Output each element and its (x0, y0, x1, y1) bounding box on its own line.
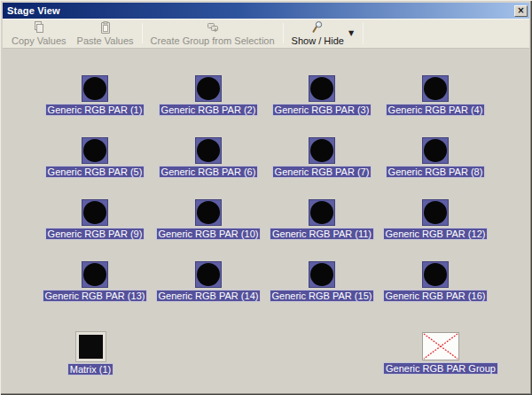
copy-icon (32, 20, 46, 35)
fixture-par[interactable]: Generic RGB PAR (6) (152, 137, 265, 199)
fixture-label: Generic RGB PAR Group (383, 362, 498, 375)
toolbar-separator (283, 23, 284, 43)
par-fixture-icon (195, 75, 222, 102)
par-fixture-icon (309, 261, 335, 288)
fixture-grid: Generic RGB PAR (1) Generic RGB PAR (2) … (38, 75, 492, 323)
par-lens (83, 77, 106, 100)
par-fixture-icon (82, 137, 108, 164)
fixture-par[interactable]: Generic RGB PAR (14) (152, 261, 265, 323)
par-lens (310, 263, 333, 286)
toolbar: Copy Values Paste Values (3, 19, 529, 49)
par-lens (424, 77, 447, 100)
toolbar-separator (142, 23, 143, 43)
par-fixture-icon (195, 137, 222, 164)
magnifier-icon (310, 20, 325, 35)
window-title: Stage View (7, 5, 514, 16)
fixture-par[interactable]: Generic RGB PAR (4) (379, 75, 492, 137)
fixture-label: Generic RGB PAR (3) (272, 104, 372, 116)
fixture-par[interactable]: Generic RGB PAR (7) (265, 137, 379, 199)
close-icon: × (517, 5, 524, 15)
copy-values-button[interactable]: Copy Values (6, 20, 72, 46)
fixture-par[interactable]: Generic RGB PAR (8) (379, 137, 492, 199)
fixture-group[interactable]: Generic RGB PAR Group (370, 332, 512, 375)
paste-icon (98, 20, 113, 35)
titlebar[interactable]: Stage View × (3, 3, 529, 19)
fixture-par[interactable]: Generic RGB PAR (2) (152, 75, 265, 137)
fixture-par[interactable]: Generic RGB PAR (11) (265, 199, 379, 261)
par-lens (197, 263, 220, 286)
fixture-label: Generic RGB PAR (14) (156, 290, 262, 302)
par-lens (424, 263, 447, 286)
par-fixture-icon (309, 137, 335, 164)
fixture-label: Generic RGB PAR (9) (45, 228, 145, 240)
toolbar-edge (363, 22, 364, 44)
par-fixture-icon (82, 261, 108, 288)
paste-values-label: Paste Values (77, 35, 134, 46)
matrix-fixture-icon (76, 332, 106, 361)
stage-view-window: Stage View × Copy Values (0, 0, 532, 395)
fixture-par[interactable]: Generic RGB PAR (16) (379, 261, 492, 323)
fixture-label: Generic RGB PAR (4) (386, 104, 486, 116)
fixture-label: Generic RGB PAR (1) (45, 104, 145, 116)
fixture-par[interactable]: Generic RGB PAR (1) (38, 75, 152, 137)
fixture-label: Generic RGB PAR (8) (386, 166, 486, 178)
close-button[interactable]: × (514, 5, 528, 17)
par-lens (83, 139, 106, 162)
show-hide-label: Show / Hide (292, 35, 344, 46)
par-fixture-icon (82, 199, 108, 226)
group-cross-icon (422, 332, 459, 360)
par-fixture-icon (422, 199, 449, 226)
par-fixture-icon (422, 137, 449, 164)
fixture-label: Generic RGB PAR (10) (156, 228, 262, 240)
fixture-par[interactable]: Generic RGB PAR (3) (265, 75, 379, 137)
par-lens (83, 201, 106, 224)
par-lens (197, 139, 220, 162)
dropdown-arrow-icon[interactable]: ▼ (348, 30, 354, 37)
fixture-label: Generic RGB PAR (6) (159, 166, 259, 178)
fixture-label: Generic RGB PAR (11) (270, 228, 374, 240)
fixture-par[interactable]: Generic RGB PAR (5) (38, 137, 152, 199)
par-fixture-icon (309, 75, 335, 102)
fixture-label: Matrix (1) (67, 363, 113, 376)
fixture-par[interactable]: Generic RGB PAR (10) (152, 199, 265, 261)
fixture-matrix[interactable]: Matrix (1) (34, 332, 147, 376)
par-lens (310, 77, 333, 100)
fixture-label: Generic RGB PAR (13) (43, 290, 148, 302)
create-group-icon (206, 20, 220, 35)
create-group-button[interactable]: Create Group from Selection (145, 20, 280, 46)
fixture-par[interactable]: Generic RGB PAR (15) (265, 261, 379, 323)
par-fixture-icon (82, 75, 108, 102)
fixture-label: Generic RGB PAR (16) (383, 290, 489, 302)
par-fixture-icon (195, 261, 222, 288)
fixture-par[interactable]: Generic RGB PAR (13) (38, 261, 152, 323)
fixture-label: Generic RGB PAR (2) (159, 104, 259, 116)
par-lens (310, 139, 333, 162)
par-lens (197, 201, 220, 224)
fixture-label: Generic RGB PAR (5) (45, 166, 145, 178)
par-fixture-icon (195, 199, 222, 226)
par-lens (424, 201, 447, 224)
par-fixture-icon (422, 261, 449, 288)
stage-canvas[interactable]: Generic RGB PAR (1) Generic RGB PAR (2) … (3, 49, 529, 392)
par-lens (197, 77, 220, 100)
fixture-label: Generic RGB PAR (7) (272, 166, 372, 178)
par-fixture-icon (309, 199, 335, 226)
fixture-label: Generic RGB PAR (15) (270, 290, 375, 302)
copy-values-label: Copy Values (12, 35, 66, 46)
show-hide-button[interactable]: Show / Hide ▼ (286, 20, 359, 46)
create-group-label: Create Group from Selection (151, 35, 275, 46)
par-lens (424, 139, 447, 162)
fixture-label: Generic RGB PAR (12) (383, 228, 489, 240)
fixture-par[interactable]: Generic RGB PAR (9) (38, 199, 152, 261)
par-lens (310, 201, 333, 224)
paste-values-button[interactable]: Paste Values (72, 20, 139, 46)
par-fixture-icon (422, 75, 449, 102)
par-lens (83, 263, 106, 286)
fixture-par[interactable]: Generic RGB PAR (12) (379, 199, 492, 261)
